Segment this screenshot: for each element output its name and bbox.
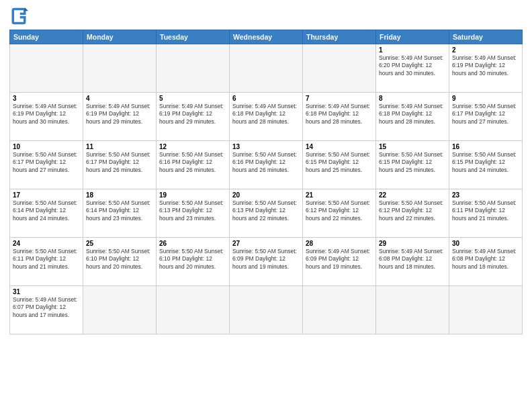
day-number: 12 bbox=[159, 143, 226, 150]
calendar-cell: 7Sunrise: 5:49 AM Sunset: 6:18 PM Daylig… bbox=[303, 93, 376, 141]
calendar-cell bbox=[303, 44, 376, 93]
day-info: Sunrise: 5:50 AM Sunset: 6:17 PM Dayligh… bbox=[13, 151, 80, 174]
day-info: Sunrise: 5:49 AM Sunset: 6:18 PM Dayligh… bbox=[379, 103, 446, 126]
day-info: Sunrise: 5:50 AM Sunset: 6:16 PM Dayligh… bbox=[159, 151, 226, 174]
calendar-cell: 13Sunrise: 5:50 AM Sunset: 6:16 PM Dayli… bbox=[230, 141, 303, 189]
day-info: Sunrise: 5:50 AM Sunset: 6:10 PM Dayligh… bbox=[159, 248, 226, 271]
logo bbox=[9, 7, 31, 26]
day-info: Sunrise: 5:50 AM Sunset: 6:17 PM Dayligh… bbox=[86, 151, 153, 174]
calendar-cell bbox=[376, 286, 449, 334]
day-number: 9 bbox=[452, 95, 519, 102]
calendar-header-tuesday: Tuesday bbox=[157, 30, 230, 44]
day-number: 1 bbox=[379, 46, 446, 54]
calendar-cell: 27Sunrise: 5:50 AM Sunset: 6:09 PM Dayli… bbox=[230, 238, 303, 286]
calendar-week-5: 31Sunrise: 5:49 AM Sunset: 6:07 PM Dayli… bbox=[10, 286, 523, 334]
day-info: Sunrise: 5:49 AM Sunset: 6:07 PM Dayligh… bbox=[13, 296, 80, 319]
day-number: 7 bbox=[306, 95, 373, 102]
day-number: 30 bbox=[452, 240, 519, 247]
day-number: 17 bbox=[13, 191, 80, 199]
day-info: Sunrise: 5:50 AM Sunset: 6:09 PM Dayligh… bbox=[232, 248, 300, 271]
calendar-cell: 3Sunrise: 5:49 AM Sunset: 6:19 PM Daylig… bbox=[10, 93, 83, 141]
day-info: Sunrise: 5:50 AM Sunset: 6:11 PM Dayligh… bbox=[452, 199, 519, 222]
calendar-table: SundayMondayTuesdayWednesdayThursdayFrid… bbox=[9, 30, 523, 334]
calendar-header-wednesday: Wednesday bbox=[230, 30, 303, 44]
day-info: Sunrise: 5:50 AM Sunset: 6:15 PM Dayligh… bbox=[452, 151, 519, 174]
day-number: 19 bbox=[159, 191, 226, 199]
calendar-cell bbox=[303, 286, 376, 334]
calendar-cell: 22Sunrise: 5:50 AM Sunset: 6:12 PM Dayli… bbox=[376, 189, 449, 238]
calendar-cell: 1Sunrise: 5:49 AM Sunset: 6:20 PM Daylig… bbox=[376, 44, 449, 93]
calendar-cell: 19Sunrise: 5:50 AM Sunset: 6:13 PM Dayli… bbox=[157, 189, 230, 238]
day-info: Sunrise: 5:50 AM Sunset: 6:16 PM Dayligh… bbox=[232, 151, 300, 174]
calendar-cell: 26Sunrise: 5:50 AM Sunset: 6:10 PM Dayli… bbox=[157, 238, 230, 286]
header bbox=[9, 7, 523, 26]
calendar-cell: 28Sunrise: 5:49 AM Sunset: 6:09 PM Dayli… bbox=[303, 238, 376, 286]
day-info: Sunrise: 5:50 AM Sunset: 6:14 PM Dayligh… bbox=[86, 199, 153, 222]
calendar-cell: 6Sunrise: 5:49 AM Sunset: 6:18 PM Daylig… bbox=[230, 93, 303, 141]
calendar-header-sunday: Sunday bbox=[10, 30, 83, 44]
day-info: Sunrise: 5:50 AM Sunset: 6:13 PM Dayligh… bbox=[232, 199, 300, 222]
calendar-cell: 9Sunrise: 5:50 AM Sunset: 6:17 PM Daylig… bbox=[449, 93, 523, 141]
day-number: 28 bbox=[306, 240, 373, 247]
day-info: Sunrise: 5:50 AM Sunset: 6:13 PM Dayligh… bbox=[159, 199, 226, 222]
day-info: Sunrise: 5:50 AM Sunset: 6:15 PM Dayligh… bbox=[306, 151, 373, 174]
day-info: Sunrise: 5:50 AM Sunset: 6:12 PM Dayligh… bbox=[306, 199, 373, 222]
calendar-cell: 14Sunrise: 5:50 AM Sunset: 6:15 PM Dayli… bbox=[303, 141, 376, 189]
day-info: Sunrise: 5:50 AM Sunset: 6:11 PM Dayligh… bbox=[13, 248, 80, 271]
calendar-cell bbox=[10, 44, 83, 93]
day-number: 29 bbox=[379, 240, 446, 247]
calendar-cell: 2Sunrise: 5:49 AM Sunset: 6:19 PM Daylig… bbox=[449, 44, 523, 93]
day-info: Sunrise: 5:49 AM Sunset: 6:19 PM Dayligh… bbox=[13, 103, 80, 126]
calendar-cell: 12Sunrise: 5:50 AM Sunset: 6:16 PM Dayli… bbox=[157, 141, 230, 189]
day-number: 5 bbox=[159, 95, 226, 102]
day-info: Sunrise: 5:50 AM Sunset: 6:10 PM Dayligh… bbox=[86, 248, 153, 271]
day-info: Sunrise: 5:50 AM Sunset: 6:14 PM Dayligh… bbox=[13, 199, 80, 222]
day-number: 23 bbox=[452, 191, 519, 199]
calendar-cell: 24Sunrise: 5:50 AM Sunset: 6:11 PM Dayli… bbox=[10, 238, 83, 286]
calendar-cell bbox=[83, 286, 157, 334]
calendar-week-1: 3Sunrise: 5:49 AM Sunset: 6:19 PM Daylig… bbox=[10, 93, 523, 141]
day-number: 15 bbox=[379, 143, 446, 150]
calendar-page: SundayMondayTuesdayWednesdayThursdayFrid… bbox=[0, 0, 532, 340]
calendar-cell: 25Sunrise: 5:50 AM Sunset: 6:10 PM Dayli… bbox=[83, 238, 157, 286]
day-number: 13 bbox=[232, 143, 300, 150]
day-number: 24 bbox=[13, 240, 80, 247]
day-number: 2 bbox=[452, 46, 519, 54]
calendar-cell: 8Sunrise: 5:49 AM Sunset: 6:18 PM Daylig… bbox=[376, 93, 449, 141]
day-number: 8 bbox=[379, 95, 446, 102]
calendar-cell: 29Sunrise: 5:49 AM Sunset: 6:08 PM Dayli… bbox=[376, 238, 449, 286]
day-info: Sunrise: 5:49 AM Sunset: 6:18 PM Dayligh… bbox=[306, 103, 373, 126]
day-number: 27 bbox=[232, 240, 300, 247]
calendar-cell: 11Sunrise: 5:50 AM Sunset: 6:17 PM Dayli… bbox=[83, 141, 157, 189]
day-number: 6 bbox=[232, 95, 300, 102]
day-info: Sunrise: 5:49 AM Sunset: 6:19 PM Dayligh… bbox=[159, 103, 226, 126]
day-number: 4 bbox=[86, 95, 153, 102]
calendar-week-4: 24Sunrise: 5:50 AM Sunset: 6:11 PM Dayli… bbox=[10, 238, 523, 286]
logo-icon bbox=[9, 7, 28, 26]
day-number: 26 bbox=[159, 240, 226, 247]
day-info: Sunrise: 5:49 AM Sunset: 6:09 PM Dayligh… bbox=[306, 248, 373, 271]
day-info: Sunrise: 5:49 AM Sunset: 6:18 PM Dayligh… bbox=[232, 103, 300, 126]
day-number: 20 bbox=[232, 191, 300, 199]
calendar-cell bbox=[157, 286, 230, 334]
calendar-cell: 4Sunrise: 5:49 AM Sunset: 6:19 PM Daylig… bbox=[83, 93, 157, 141]
day-info: Sunrise: 5:50 AM Sunset: 6:17 PM Dayligh… bbox=[452, 103, 519, 126]
calendar-week-3: 17Sunrise: 5:50 AM Sunset: 6:14 PM Dayli… bbox=[10, 189, 523, 238]
day-info: Sunrise: 5:49 AM Sunset: 6:08 PM Dayligh… bbox=[452, 248, 519, 271]
day-info: Sunrise: 5:49 AM Sunset: 6:08 PM Dayligh… bbox=[379, 248, 446, 271]
day-number: 21 bbox=[306, 191, 373, 199]
calendar-cell: 30Sunrise: 5:49 AM Sunset: 6:08 PM Dayli… bbox=[449, 238, 523, 286]
day-info: Sunrise: 5:49 AM Sunset: 6:20 PM Dayligh… bbox=[379, 54, 446, 77]
day-number: 18 bbox=[86, 191, 153, 199]
day-number: 10 bbox=[13, 143, 80, 150]
day-info: Sunrise: 5:49 AM Sunset: 6:19 PM Dayligh… bbox=[86, 103, 153, 126]
calendar-header-saturday: Saturday bbox=[449, 30, 523, 44]
calendar-header-row: SundayMondayTuesdayWednesdayThursdayFrid… bbox=[10, 30, 523, 44]
day-number: 22 bbox=[379, 191, 446, 199]
calendar-cell: 15Sunrise: 5:50 AM Sunset: 6:15 PM Dayli… bbox=[376, 141, 449, 189]
calendar-cell: 23Sunrise: 5:50 AM Sunset: 6:11 PM Dayli… bbox=[449, 189, 523, 238]
calendar-cell: 21Sunrise: 5:50 AM Sunset: 6:12 PM Dayli… bbox=[303, 189, 376, 238]
calendar-cell bbox=[230, 286, 303, 334]
calendar-cell bbox=[157, 44, 230, 93]
calendar-cell: 16Sunrise: 5:50 AM Sunset: 6:15 PM Dayli… bbox=[449, 141, 523, 189]
